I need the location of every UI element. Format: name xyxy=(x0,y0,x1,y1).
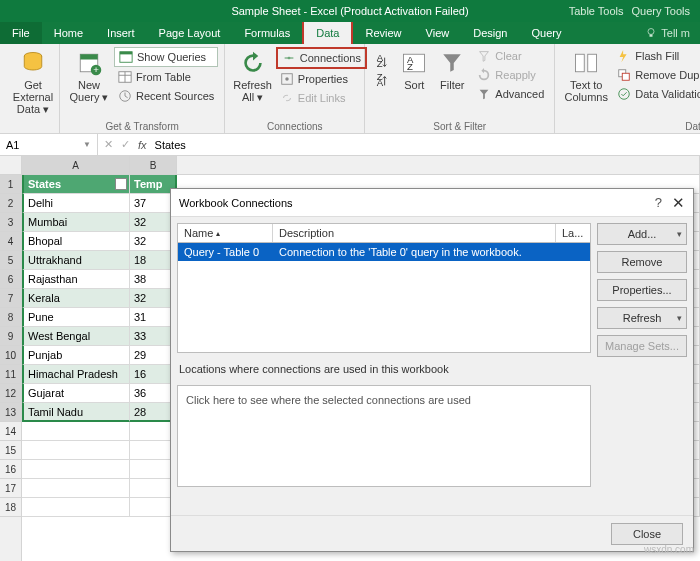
cell[interactable]: Himachal Pradesh xyxy=(22,365,130,384)
title-bar: Sample Sheet - Excel (Product Activation… xyxy=(0,0,700,22)
get-external-data-button[interactable]: Get External Data ▾ xyxy=(6,47,60,115)
help-icon[interactable]: ? xyxy=(655,195,662,210)
advanced-button[interactable]: Advanced xyxy=(473,85,548,103)
row-header[interactable]: 15 xyxy=(0,441,21,460)
cell[interactable]: West Bengal xyxy=(22,327,130,346)
cell[interactable]: Kerala xyxy=(22,289,130,308)
row-header[interactable]: 18 xyxy=(0,498,21,517)
database-icon xyxy=(19,49,47,77)
row-header[interactable]: 3 xyxy=(0,213,21,232)
row-header[interactable]: 14 xyxy=(0,422,21,441)
cell[interactable] xyxy=(22,422,130,441)
text-to-columns-button[interactable]: Text to Columns xyxy=(561,47,611,103)
properties-label: Properties xyxy=(298,73,348,85)
tab-data[interactable]: Data xyxy=(302,20,353,44)
row-header[interactable]: 11 xyxy=(0,365,21,384)
validation-icon xyxy=(617,87,631,101)
properties-button[interactable]: Properties xyxy=(276,70,367,88)
row-header[interactable]: 10 xyxy=(0,346,21,365)
row-header[interactable]: 7 xyxy=(0,289,21,308)
window-title: Sample Sheet - Excel (Product Activation… xyxy=(231,5,468,17)
data-validation-button[interactable]: Data Validation xyxy=(613,85,700,103)
cell[interactable]: Bhopal xyxy=(22,232,130,251)
table-header-states[interactable]: States▾ xyxy=(22,175,130,194)
connections-list-header: Name▴ Description La... xyxy=(177,223,591,243)
select-all-button[interactable] xyxy=(0,156,22,175)
close-button[interactable]: Close xyxy=(611,523,683,545)
cell[interactable] xyxy=(22,479,130,498)
cell[interactable]: Rajasthan xyxy=(22,270,130,289)
recent-sources-label: Recent Sources xyxy=(136,90,214,102)
recent-sources-button[interactable]: Recent Sources xyxy=(114,87,218,105)
filter-button[interactable]: Filter xyxy=(435,47,469,103)
fx-icon[interactable]: fx xyxy=(138,139,147,151)
row-header[interactable]: 12 xyxy=(0,384,21,403)
sort-za-button[interactable]: ZA xyxy=(371,72,393,90)
text-to-columns-icon xyxy=(572,49,600,77)
reapply-icon xyxy=(477,68,491,82)
col-last[interactable]: La... xyxy=(556,224,590,242)
add-button[interactable]: Add... xyxy=(597,223,687,245)
refresh-all-label: Refresh All ▾ xyxy=(233,79,272,103)
col-header-b[interactable]: B xyxy=(130,156,177,175)
cell[interactable]: Tamil Nadu xyxy=(22,403,130,422)
tab-file[interactable]: File xyxy=(0,22,42,44)
tell-me[interactable]: Tell m xyxy=(635,27,700,39)
col-name[interactable]: Name▴ xyxy=(178,224,273,242)
tab-home[interactable]: Home xyxy=(42,22,95,44)
row-header[interactable]: 9 xyxy=(0,327,21,346)
tab-review[interactable]: Review xyxy=(353,22,413,44)
svg-rect-4 xyxy=(80,54,98,59)
row-header[interactable]: 5 xyxy=(0,251,21,270)
filter-dropdown-icon[interactable]: ▾ xyxy=(115,178,127,190)
row-header[interactable]: 8 xyxy=(0,308,21,327)
tab-insert[interactable]: Insert xyxy=(95,22,147,44)
cell[interactable]: Mumbai xyxy=(22,213,130,232)
flash-fill-button[interactable]: Flash Fill xyxy=(613,47,700,65)
cell[interactable]: Pune xyxy=(22,308,130,327)
tab-design[interactable]: Design xyxy=(461,22,519,44)
from-table-button[interactable]: From Table xyxy=(114,68,218,86)
refresh-button[interactable]: Refresh xyxy=(597,307,687,329)
formula-bar[interactable]: States xyxy=(155,139,186,151)
row-header[interactable]: 4 xyxy=(0,232,21,251)
row-header[interactable]: 6 xyxy=(0,270,21,289)
row-header[interactable]: 1 xyxy=(0,175,21,194)
locations-box[interactable]: Click here to see where the selected con… xyxy=(177,385,591,487)
sort-button[interactable]: AZ Sort xyxy=(397,47,431,103)
cell[interactable] xyxy=(22,498,130,517)
cell[interactable] xyxy=(22,460,130,479)
connections-list[interactable]: Query - Table 0 Connection to the 'Table… xyxy=(177,243,591,353)
text-to-columns-label: Text to Columns xyxy=(563,79,609,103)
col-header-a[interactable]: A xyxy=(22,156,130,175)
col-header-rest[interactable] xyxy=(177,156,700,175)
svg-rect-8 xyxy=(120,52,132,55)
row-header[interactable]: 2 xyxy=(0,194,21,213)
row-header[interactable]: 13 xyxy=(0,403,21,422)
tab-page-layout[interactable]: Page Layout xyxy=(147,22,233,44)
cell[interactable]: Gujarat xyxy=(22,384,130,403)
name-box[interactable]: A1 ▼ xyxy=(0,134,98,156)
tab-query[interactable]: Query xyxy=(519,22,573,44)
new-query-button[interactable]: + New Query ▾ xyxy=(66,47,112,105)
col-description[interactable]: Description xyxy=(273,224,556,242)
tab-view[interactable]: View xyxy=(414,22,462,44)
show-queries-button[interactable]: Show Queries xyxy=(114,47,218,67)
tab-formulas[interactable]: Formulas xyxy=(232,22,302,44)
remove-duplicates-button[interactable]: Remove Dupl xyxy=(613,66,700,84)
refresh-all-button[interactable]: Refresh All ▾ xyxy=(231,47,274,107)
row-header[interactable]: 16 xyxy=(0,460,21,479)
remove-dupl-icon xyxy=(617,68,631,82)
remove-button[interactable]: Remove xyxy=(597,251,687,273)
cell[interactable]: Delhi xyxy=(22,194,130,213)
close-icon[interactable]: ✕ xyxy=(672,194,685,212)
cell[interactable] xyxy=(22,441,130,460)
cell[interactable]: Punjab xyxy=(22,346,130,365)
sort-az-button[interactable]: AZ xyxy=(371,53,393,71)
row-header[interactable]: 17 xyxy=(0,479,21,498)
connections-button[interactable]: Connections xyxy=(276,47,367,69)
connection-row[interactable]: Query - Table 0 Connection to the 'Table… xyxy=(178,243,590,261)
properties-dialog-button[interactable]: Properties... xyxy=(597,279,687,301)
cell[interactable]: Uttrakhand xyxy=(22,251,130,270)
svg-rect-1 xyxy=(650,35,653,37)
